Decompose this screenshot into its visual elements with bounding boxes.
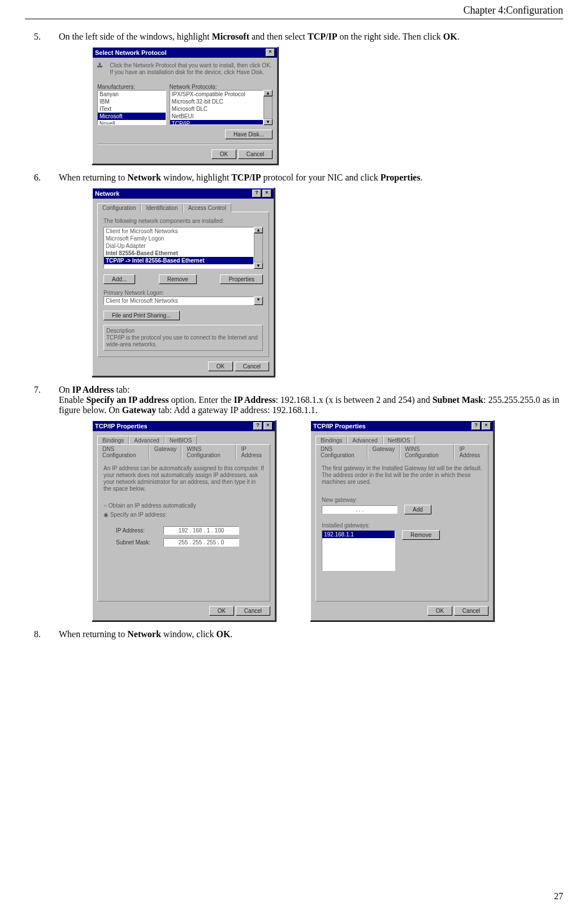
ip-address-input[interactable]: 192 . 168 . 1 . 100 — [163, 526, 239, 535]
cancel-button[interactable]: Cancel — [235, 362, 269, 371]
primary-logon-select[interactable]: Client for Microsoft Networks — [103, 297, 254, 305]
scroll-down-icon[interactable]: ▼ — [263, 119, 273, 125]
bold: TCP/IP — [231, 173, 261, 182]
installed-gateway-item[interactable]: 192.168.1.1 — [322, 531, 395, 538]
bold: Microsoft — [212, 32, 249, 41]
manufacturers-label: Manufacturers: — [97, 84, 166, 90]
bold: OK — [443, 32, 457, 41]
manufacturers-list[interactable]: Banyan IBM IText Microsoft Novell — [97, 90, 166, 125]
tab-access-control[interactable]: Access Control — [183, 203, 231, 212]
description-text: TCP/IP is the protocol you use to connec… — [106, 334, 260, 348]
dialog-hint: Click the Network Protocol that you want… — [110, 62, 273, 78]
bold: Gateway — [122, 405, 156, 415]
close-icon[interactable]: × — [266, 49, 275, 57]
properties-button[interactable]: Properties — [220, 274, 263, 284]
add-button[interactable]: Add... — [103, 274, 135, 284]
tab-gateway[interactable]: Gateway — [149, 444, 181, 459]
cancel-button[interactable]: Cancel — [454, 606, 488, 616]
text: tab: Add a gateway IP address: 192.168.1… — [156, 405, 317, 415]
tab-dns[interactable]: DNS Configuration — [315, 444, 368, 459]
tab-bindings[interactable]: Bindings — [315, 436, 347, 445]
chevron-down-icon[interactable]: ▼ — [254, 297, 263, 305]
scroll-up-icon[interactable]: ▲ — [254, 227, 263, 233]
tab-identification[interactable]: Identification — [141, 203, 183, 212]
list-item-selected[interactable]: TCP/IP -> Intel 82556-Based Ethernet — [104, 257, 253, 264]
list-item[interactable]: Dial-Up Adapter — [104, 242, 253, 250]
tab-netbios[interactable]: NetBIOS — [383, 436, 415, 445]
list-item[interactable]: Banyan — [98, 91, 166, 98]
remove-gateway-button[interactable]: Remove — [402, 530, 440, 540]
chapter-header: Chapter 4:Configuration — [25, 5, 563, 19]
tab-dns[interactable]: DNS Configuration — [97, 444, 149, 459]
list-item[interactable]: IBM — [98, 98, 166, 105]
text: Enable — [59, 395, 86, 405]
remove-button[interactable]: Remove — [159, 274, 197, 284]
protocols-list[interactable]: IPX/SPX-compatible Protocol Microsoft 32… — [170, 90, 263, 125]
text: : 192.168.1.x (x is between 2 and 254) a… — [275, 395, 432, 405]
list-item[interactable]: Client for Microsoft Networks — [104, 227, 253, 235]
dialog-title: TCP/IP Properties — [95, 423, 148, 429]
text: On — [59, 385, 72, 394]
radio-obtain-auto[interactable]: Obtain an IP address automatically — [103, 502, 264, 509]
close-icon[interactable]: × — [482, 422, 491, 430]
text: . — [420, 173, 422, 182]
new-gateway-input[interactable]: . . . — [322, 505, 397, 514]
list-item[interactable]: IPX/SPX-compatible Protocol — [170, 91, 263, 98]
components-label: The following network components are ins… — [103, 218, 263, 225]
cancel-button[interactable]: Cancel — [236, 606, 270, 616]
tab-gateway[interactable]: Gateway — [368, 444, 400, 459]
help-icon[interactable]: ? — [252, 190, 261, 197]
text: . — [457, 32, 460, 41]
list-item[interactable]: Microsoft Family Logon — [104, 235, 253, 242]
cancel-button[interactable]: Cancel — [238, 149, 273, 159]
ok-button[interactable]: OK — [211, 149, 236, 159]
list-item[interactable]: IText — [98, 105, 166, 113]
help-icon[interactable]: ? — [472, 422, 481, 430]
close-icon[interactable]: × — [263, 422, 273, 430]
scroll-up-icon[interactable]: ▲ — [263, 90, 273, 96]
ok-button[interactable]: OK — [427, 606, 452, 616]
tab-wins[interactable]: WINS Configuration — [181, 444, 236, 459]
bold: Subnet — [433, 395, 460, 405]
subnet-mask-input[interactable]: 255 . 255 . 255 . 0 — [163, 538, 239, 547]
step-7: 7. On IP Address tab: Enable Specify an … — [34, 385, 563, 415]
add-gateway-button[interactable]: Add — [404, 505, 431, 514]
tab-netbios[interactable]: NetBIOS — [165, 436, 197, 445]
list-item-selected[interactable]: Microsoft — [98, 113, 166, 120]
ok-button[interactable]: OK — [208, 362, 233, 371]
tcpip-properties-ipaddress-dialog: TCP/IP Properties ?× Bindings Advanced N… — [92, 420, 276, 621]
list-item[interactable]: NetBEUI — [170, 113, 263, 120]
have-disk-button[interactable]: Have Disk... — [225, 130, 273, 139]
bold: IP Address — [72, 385, 114, 394]
ok-button[interactable]: OK — [209, 606, 234, 616]
file-print-sharing-button[interactable]: File and Print Sharing... — [103, 311, 180, 320]
text: window, click — [161, 629, 217, 639]
step-5: 5. On the left side of the windows, high… — [34, 32, 563, 42]
radio-specify[interactable]: Specify an IP address: — [103, 512, 264, 518]
list-item[interactable]: Microsoft DLC — [170, 105, 263, 113]
protocol-icon: 🖧 — [97, 62, 105, 78]
bold: Network — [127, 173, 161, 182]
components-list[interactable]: Client for Microsoft Networks Microsoft … — [103, 227, 254, 269]
tab-advanced[interactable]: Advanced — [347, 436, 382, 445]
text: When returning to — [59, 629, 127, 639]
scroll-down-icon[interactable]: ▼ — [254, 263, 263, 269]
list-item[interactable]: Novell — [98, 120, 166, 125]
step-5-text: On the left side of the windows, highlig… — [59, 32, 563, 42]
tab-ipaddress[interactable]: IP Address — [454, 444, 488, 459]
help-icon[interactable]: ? — [253, 422, 262, 430]
list-item[interactable]: Intel 82556-Based Ethernet — [104, 250, 253, 257]
step-8-number: 8. — [34, 629, 45, 639]
list-item-selected[interactable]: TCP/IP — [170, 120, 263, 125]
close-icon[interactable]: × — [262, 190, 271, 197]
tab-advanced[interactable]: Advanced — [129, 436, 164, 445]
list-item[interactable]: Microsoft 32-bit DLC — [170, 98, 263, 105]
tab-ipaddress[interactable]: IP Address — [236, 444, 270, 459]
tab-bindings[interactable]: Bindings — [97, 436, 129, 445]
tab-wins[interactable]: WINS Configuration — [400, 444, 454, 459]
tab-configuration[interactable]: Configuration — [97, 203, 141, 212]
text: and then select — [249, 32, 308, 41]
step-7-text: On IP Address tab: Enable Specify an IP … — [59, 385, 563, 415]
bold: OK — [216, 629, 230, 639]
text: When returning to — [59, 173, 127, 182]
